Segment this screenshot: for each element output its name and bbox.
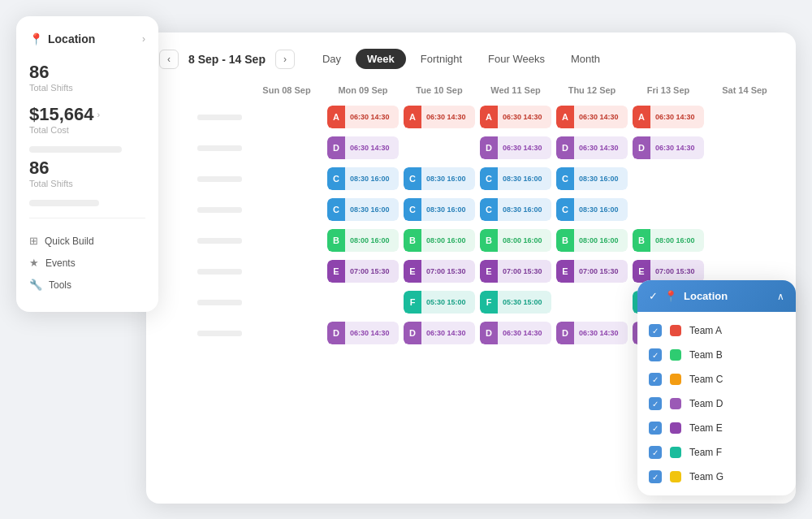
total-shifts-2-label: Total Shifts bbox=[29, 179, 145, 188]
events-menu-item[interactable]: ★ Events bbox=[29, 252, 145, 274]
shift-cell-7-4[interactable]: D06:30 14:30 bbox=[554, 318, 630, 348]
shift-times-display: 08:30 16:00 bbox=[421, 198, 475, 221]
shift-cell-5-1[interactable]: E07:00 15:30 bbox=[325, 256, 401, 287]
shift-cell-0-1[interactable]: A06:30 14:30 bbox=[325, 102, 401, 132]
shift-cell-7-0[interactable] bbox=[248, 318, 325, 348]
shift-cell-5-2[interactable]: E07:00 15:30 bbox=[401, 256, 477, 287]
shift-cell-6-1[interactable] bbox=[325, 287, 401, 318]
tools-icon: 🔧 bbox=[29, 279, 42, 291]
col-header-sat: Sat 14 Sep bbox=[706, 82, 783, 102]
shift-cell-6-2[interactable]: F05:30 15:00 bbox=[401, 287, 477, 318]
shift-cell-6-4[interactable] bbox=[554, 287, 630, 318]
shift-cell-2-4[interactable]: C08:30 16:00 bbox=[554, 163, 630, 194]
shift-block-3-4: C08:30 16:00 bbox=[556, 198, 628, 221]
shift-cell-1-1[interactable]: D06:30 14:30 bbox=[325, 132, 401, 163]
shift-cell-5-0[interactable] bbox=[248, 256, 325, 287]
col-header-wed: Wed 11 Sep bbox=[477, 82, 554, 102]
team-checkbox[interactable]: ✓ bbox=[649, 397, 662, 410]
shift-cell-1-5[interactable]: D06:30 14:30 bbox=[630, 132, 706, 163]
next-date-button[interactable]: › bbox=[275, 50, 295, 69]
prev-date-button[interactable]: ‹ bbox=[159, 50, 179, 69]
quick-build-menu-item[interactable]: ⊞ Quick Build bbox=[29, 230, 145, 252]
shift-cell-0-0[interactable] bbox=[248, 102, 325, 132]
shift-team-letter: E bbox=[556, 260, 574, 283]
shift-cell-3-5[interactable] bbox=[630, 194, 706, 225]
dropdown-team-item-3[interactable]: ✓Team D bbox=[637, 391, 796, 416]
shift-cell-2-1[interactable]: C08:30 16:00 bbox=[325, 163, 401, 194]
shift-cell-1-0[interactable] bbox=[248, 132, 325, 163]
team-checkbox[interactable]: ✓ bbox=[649, 422, 662, 435]
team-checkbox[interactable]: ✓ bbox=[649, 373, 662, 386]
shift-cell-4-2[interactable]: B08:00 16:00 bbox=[401, 225, 477, 256]
shift-times-display: 08:00 16:00 bbox=[498, 229, 551, 252]
dropdown-team-item-2[interactable]: ✓Team C bbox=[637, 367, 796, 391]
shift-cell-2-3[interactable]: C08:30 16:00 bbox=[477, 163, 554, 194]
dropdown-team-item-1[interactable]: ✓Team B bbox=[637, 343, 796, 367]
shift-cell-2-0[interactable] bbox=[248, 163, 325, 194]
tab-four-weeks[interactable]: Four Weeks bbox=[477, 49, 556, 69]
shift-cell-0-4[interactable]: A06:30 14:30 bbox=[554, 102, 630, 132]
shift-team-letter: E bbox=[404, 260, 421, 283]
shift-block-7-3: D06:30 14:30 bbox=[480, 322, 551, 344]
shift-team-letter: C bbox=[480, 198, 498, 221]
team-checkbox[interactable]: ✓ bbox=[649, 446, 662, 459]
shift-cell-7-1[interactable]: D06:30 14:30 bbox=[325, 318, 401, 348]
shift-cell-1-6[interactable] bbox=[706, 132, 783, 163]
team-color-dot bbox=[670, 349, 681, 361]
shift-cell-1-3[interactable]: D06:30 14:30 bbox=[477, 132, 554, 163]
shift-cell-7-2[interactable]: D06:30 14:30 bbox=[401, 318, 477, 348]
shift-cell-4-0[interactable] bbox=[248, 225, 325, 256]
shift-cell-2-2[interactable]: C08:30 16:00 bbox=[401, 163, 477, 194]
shift-cell-4-5[interactable]: B08:00 16:00 bbox=[630, 225, 706, 256]
shift-cell-3-6[interactable] bbox=[706, 194, 783, 225]
row-label-2 bbox=[159, 163, 248, 194]
team-checkbox[interactable]: ✓ bbox=[649, 470, 662, 483]
sidebar-location-row[interactable]: 📍 Location › bbox=[29, 32, 145, 45]
shift-times-display: 06:30 14:30 bbox=[498, 106, 551, 128]
shift-cell-3-2[interactable]: C08:30 16:00 bbox=[401, 194, 477, 225]
shift-cell-4-4[interactable]: B08:00 16:00 bbox=[554, 225, 630, 256]
dropdown-team-item-6[interactable]: ✓Team G bbox=[637, 465, 796, 489]
shift-cell-0-5[interactable]: A06:30 14:30 bbox=[630, 102, 706, 132]
tab-week[interactable]: Week bbox=[356, 49, 406, 69]
shift-cell-2-5[interactable] bbox=[630, 163, 706, 194]
shift-block-0-4: A06:30 14:30 bbox=[556, 106, 628, 128]
dropdown-location-label: Location bbox=[684, 290, 728, 302]
shift-cell-6-3[interactable]: F05:30 15:00 bbox=[477, 287, 554, 318]
col-header-mon: Mon 09 Sep bbox=[325, 82, 401, 102]
shift-team-letter: B bbox=[633, 229, 650, 252]
team-checkbox[interactable]: ✓ bbox=[649, 348, 662, 361]
shift-cell-3-3[interactable]: C08:30 16:00 bbox=[477, 194, 554, 225]
tab-month[interactable]: Month bbox=[559, 49, 611, 69]
row-label-4 bbox=[159, 225, 248, 256]
shift-cell-5-4[interactable]: E07:00 15:30 bbox=[554, 256, 630, 287]
shift-cell-3-0[interactable] bbox=[248, 194, 325, 225]
shift-cell-6-0[interactable] bbox=[248, 287, 325, 318]
shift-cell-7-3[interactable]: D06:30 14:30 bbox=[477, 318, 554, 348]
shift-cell-1-4[interactable]: D06:30 14:30 bbox=[554, 132, 630, 163]
shift-cell-4-6[interactable] bbox=[706, 225, 783, 256]
shift-cell-2-6[interactable] bbox=[706, 163, 783, 194]
shift-cell-3-1[interactable]: C08:30 16:00 bbox=[325, 194, 401, 225]
shift-cell-0-2[interactable]: A06:30 14:30 bbox=[401, 102, 477, 132]
dropdown-team-item-4[interactable]: ✓Team E bbox=[637, 416, 796, 440]
dropdown-team-item-0[interactable]: ✓Team A bbox=[637, 318, 796, 343]
total-cost-stat[interactable]: $15,664 › Total Cost bbox=[29, 104, 145, 135]
dropdown-header[interactable]: ✓ 📍 Location ∧ bbox=[637, 280, 796, 312]
shift-team-letter: C bbox=[327, 198, 345, 221]
tab-fortnight[interactable]: Fortnight bbox=[409, 49, 473, 69]
shift-team-letter: C bbox=[480, 167, 498, 190]
shift-cell-0-6[interactable] bbox=[706, 102, 783, 132]
shift-cell-0-3[interactable]: A06:30 14:30 bbox=[477, 102, 554, 132]
team-checkbox[interactable]: ✓ bbox=[649, 324, 662, 337]
shift-cell-3-4[interactable]: C08:30 16:00 bbox=[554, 194, 630, 225]
tab-day[interactable]: Day bbox=[311, 49, 352, 69]
shift-cell-1-2[interactable] bbox=[401, 132, 477, 163]
row-label-6 bbox=[159, 287, 248, 318]
shift-cell-4-1[interactable]: B08:00 16:00 bbox=[325, 225, 401, 256]
shift-cell-4-3[interactable]: B08:00 16:00 bbox=[477, 225, 554, 256]
dropdown-team-item-5[interactable]: ✓Team F bbox=[637, 440, 796, 465]
quick-build-icon: ⊞ bbox=[29, 235, 38, 247]
shift-cell-5-3[interactable]: E07:00 15:30 bbox=[477, 256, 554, 287]
tools-menu-item[interactable]: 🔧 Tools bbox=[29, 274, 145, 296]
